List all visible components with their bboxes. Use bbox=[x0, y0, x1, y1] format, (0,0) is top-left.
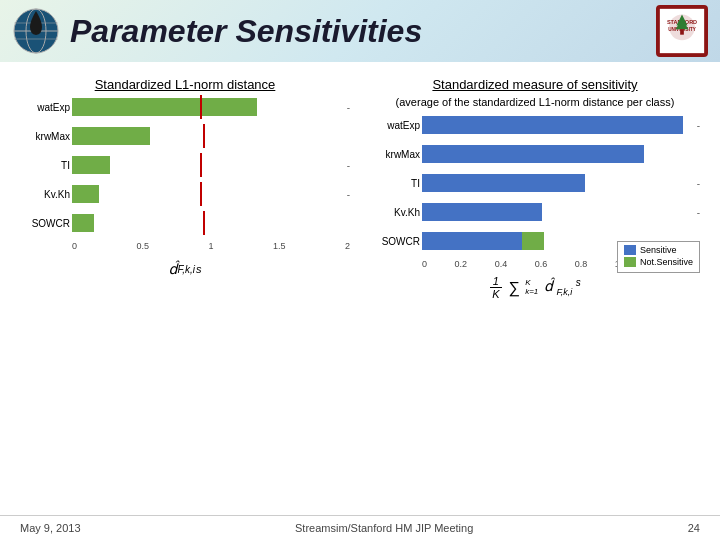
bar-label: SOWCR bbox=[20, 218, 70, 229]
globe-logo bbox=[12, 7, 60, 55]
footer-date: May 9, 2013 bbox=[20, 522, 81, 534]
table-row: watExp - bbox=[422, 114, 700, 136]
main-content: Standardized L1-norm distance watExp - bbox=[0, 62, 720, 311]
bar-track bbox=[422, 145, 700, 163]
right-chart: Standardized measure of sensitivity (ave… bbox=[370, 77, 700, 301]
bar-segment-sensitive bbox=[422, 203, 542, 221]
legend-label-not-sensitive: Not.Sensitive bbox=[640, 257, 693, 267]
bar-segment-sensitive bbox=[422, 174, 585, 192]
table-row: Kv.Kh - bbox=[72, 183, 350, 205]
vertical-line bbox=[200, 95, 202, 119]
table-row: TI - bbox=[72, 154, 350, 176]
legend-color-not-sensitive bbox=[624, 257, 636, 267]
bar-track bbox=[72, 214, 350, 232]
left-xaxis: 0 0.5 1 1.5 2 bbox=[20, 241, 350, 251]
bar-segment-sensitive bbox=[422, 116, 683, 134]
svg-rect-12 bbox=[680, 29, 684, 35]
left-chart-container: watExp - krwMax bbox=[20, 96, 350, 251]
bar-track bbox=[72, 127, 350, 145]
table-row: Kv.Kh - bbox=[422, 201, 700, 223]
header: Parameter Sensitivities STANFORD UNIVERS… bbox=[0, 0, 720, 62]
bar-track bbox=[422, 174, 694, 192]
bar-segment-sensitive bbox=[422, 232, 522, 250]
vertical-line bbox=[203, 211, 205, 235]
footer-page: 24 bbox=[688, 522, 700, 534]
bar-segment bbox=[72, 127, 150, 145]
right-formula: 1 K ∑ K k=1 d̂ F,k,i s bbox=[370, 273, 700, 301]
bar-segment-not-sensitive bbox=[522, 232, 544, 250]
bar-track bbox=[422, 203, 694, 221]
charts-row: Standardized L1-norm distance watExp - bbox=[20, 77, 700, 301]
legend-color-sensitive bbox=[624, 245, 636, 255]
bar-segment-sensitive bbox=[422, 145, 644, 163]
vertical-line bbox=[200, 182, 202, 206]
bar-track bbox=[72, 98, 344, 116]
left-chart: Standardized L1-norm distance watExp - bbox=[20, 77, 350, 301]
chart-legend: Sensitive Not.Sensitive bbox=[617, 241, 700, 273]
bar-track bbox=[72, 185, 344, 203]
table-row: krwMax bbox=[422, 143, 700, 165]
bar-track bbox=[422, 116, 694, 134]
left-formula: d̂ F,k,i s bbox=[20, 255, 350, 283]
legend-item-not-sensitive: Not.Sensitive bbox=[624, 257, 693, 267]
bar-label: watExp bbox=[20, 102, 70, 113]
bar-label: SOWCR bbox=[370, 236, 420, 247]
table-row: SOWCR bbox=[72, 212, 350, 234]
vertical-line bbox=[200, 153, 202, 177]
footer-event: Streamsim/Stanford HM JIP Meeting bbox=[295, 522, 473, 534]
bar-segment bbox=[72, 156, 110, 174]
table-row: krwMax bbox=[72, 125, 350, 147]
bar-track bbox=[72, 156, 344, 174]
page-title: Parameter Sensitivities bbox=[70, 13, 656, 50]
bar-segment bbox=[72, 98, 257, 116]
footer: May 9, 2013 Streamsim/Stanford HM JIP Me… bbox=[0, 515, 720, 540]
bar-segment bbox=[72, 185, 99, 203]
bar-label: TI bbox=[370, 178, 420, 189]
left-chart-title: Standardized L1-norm distance bbox=[20, 77, 350, 92]
legend-label-sensitive: Sensitive bbox=[640, 245, 677, 255]
right-chart-wrapper: watExp - krwMax bbox=[370, 114, 700, 252]
bar-label: krwMax bbox=[20, 131, 70, 142]
bar-label: watExp bbox=[370, 120, 420, 131]
table-row: TI - bbox=[422, 172, 700, 194]
bar-label: Kv.Kh bbox=[20, 189, 70, 200]
left-chart-wrapper: watExp - krwMax bbox=[20, 96, 350, 234]
stanford-logo: STANFORD UNIVERSITY bbox=[656, 5, 708, 57]
table-row: watExp - bbox=[72, 96, 350, 118]
right-chart-subtitle: (average of the standardized L1-norm dis… bbox=[370, 96, 700, 108]
right-chart-title: Standardized measure of sensitivity bbox=[370, 77, 700, 92]
bar-label: Kv.Kh bbox=[370, 207, 420, 218]
legend-item-sensitive: Sensitive bbox=[624, 245, 693, 255]
bar-segment bbox=[72, 214, 94, 232]
bar-label: TI bbox=[20, 160, 70, 171]
vertical-line bbox=[203, 124, 205, 148]
bar-label: krwMax bbox=[370, 149, 420, 160]
